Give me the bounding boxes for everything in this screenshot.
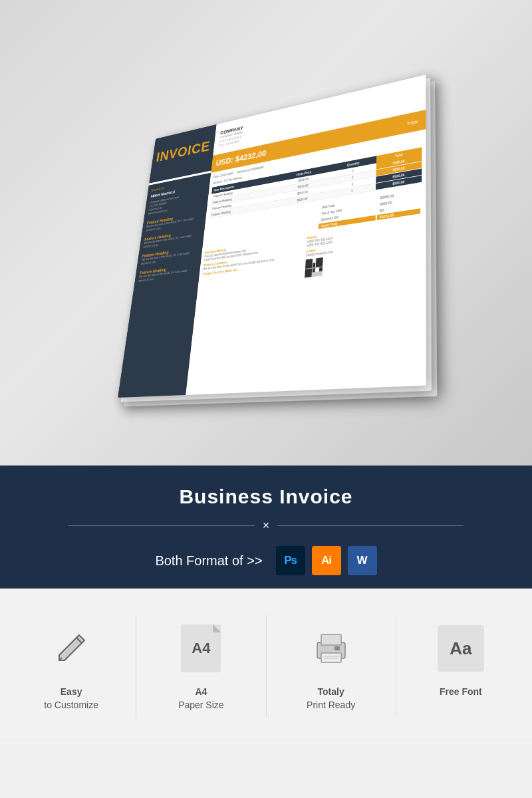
- feature-print-label: Totaly Print Ready: [307, 686, 355, 712]
- mockup-section: INVOICE COMPANY Company Slogan ||| |||| …: [0, 0, 532, 466]
- subtotal-row: Sub Total $3680.00: [319, 189, 420, 210]
- a4-icon: A4: [181, 624, 221, 672]
- font-icon-wrap: Aa: [434, 622, 487, 675]
- banner-formats: Both Format of >> Ps Ai W: [13, 546, 519, 575]
- feature-free-font: Aa Free Font: [396, 615, 525, 718]
- feature-paper-size: A4 A4 Paper Size: [136, 615, 266, 718]
- tax-label: Tax & Tax 15%: [319, 202, 376, 216]
- invoice-left-col: Invoice To Mikel Monirul company, addres…: [118, 173, 211, 398]
- a4-icon-wrap: A4: [174, 622, 227, 675]
- pencil-icon: [45, 622, 98, 675]
- svg-rect-3: [334, 646, 340, 650]
- cell-qty: 1: [329, 176, 376, 192]
- format-label: Both Format of >>: [155, 553, 262, 569]
- discount-value: $0: [377, 201, 420, 213]
- company-tagline: Company Slogan: [219, 90, 419, 138]
- grand-total-label: Grant Total: [319, 215, 376, 229]
- divider-line-left: [68, 525, 255, 526]
- features-section: Easy to Customize A4 A4 Paper Size: [0, 589, 532, 738]
- grand-total-row: Grant Total $4232.00: [319, 208, 420, 229]
- subtotal-value: $3680.00: [378, 189, 420, 201]
- qr-code: [305, 257, 323, 278]
- illustrator-icon: Ai: [312, 546, 341, 575]
- feature-customize: Easy to Customize: [7, 615, 136, 718]
- invoice-stack: INVOICE COMPANY Company Slogan ||| |||| …: [116, 72, 442, 411]
- banner-section: Business Invoice × Both Format of >> Ps …: [0, 466, 532, 589]
- tax-row: Tax & Tax 15% $552.00: [319, 196, 420, 217]
- invoice-content: INVOICE COMPANY Company Slogan ||| |||| …: [118, 74, 426, 398]
- feature-print-ready: Totaly Print Ready: [267, 615, 396, 718]
- cell-total: $920.00: [376, 168, 422, 184]
- feature-customize-label: Easy to Customize: [44, 686, 98, 712]
- discount-label: Discount 5%: [319, 209, 376, 223]
- printer-icon-wrap: [305, 622, 358, 675]
- invoice-wrapper: INVOICE COMPANY Company Slogan ||| |||| …: [80, 47, 452, 419]
- feature-3: Feature Heading We are the best of the w…: [141, 245, 199, 265]
- discount-row: Discount 5% $0: [319, 201, 420, 222]
- feature-paper-label: A4 Paper Size: [178, 686, 223, 712]
- feature-font-label: Free Font: [440, 686, 482, 699]
- grand-total-value: $4232.00: [377, 208, 420, 220]
- totals-table: Sub Total $3680.00 Tax & Tax 15% $552.00…: [317, 187, 422, 230]
- word-icon: W: [348, 546, 377, 575]
- feature-4: Feature Heading We are the best of the w…: [138, 263, 197, 283]
- banner-divider: ×: [13, 519, 519, 533]
- phone-title: Phone:: [307, 219, 422, 240]
- subtotal-label: Sub Total: [319, 196, 376, 210]
- cell-qty: 1: [330, 170, 376, 185]
- cell-qty: 1: [329, 184, 376, 198]
- phone-text: +809 245 5511214+809 245 5511214: [307, 223, 422, 247]
- paper-top: INVOICE COMPANY Company Slogan ||| |||| …: [118, 74, 426, 398]
- divider-symbol: ×: [263, 519, 270, 533]
- photoshop-icon: Ps: [276, 546, 305, 575]
- feature-2: Feature Heading We are the best of the w…: [143, 228, 200, 248]
- font-icon: Aa: [438, 625, 484, 672]
- divider-line-right: [277, 525, 464, 526]
- svg-rect-2: [321, 653, 341, 662]
- format-icons: Ps Ai W: [276, 546, 377, 575]
- cell-total: $920.00: [376, 176, 422, 190]
- tax-value: $552.00: [378, 196, 421, 207]
- banner-title: Business Invoice: [13, 485, 519, 508]
- svg-rect-1: [321, 634, 341, 645]
